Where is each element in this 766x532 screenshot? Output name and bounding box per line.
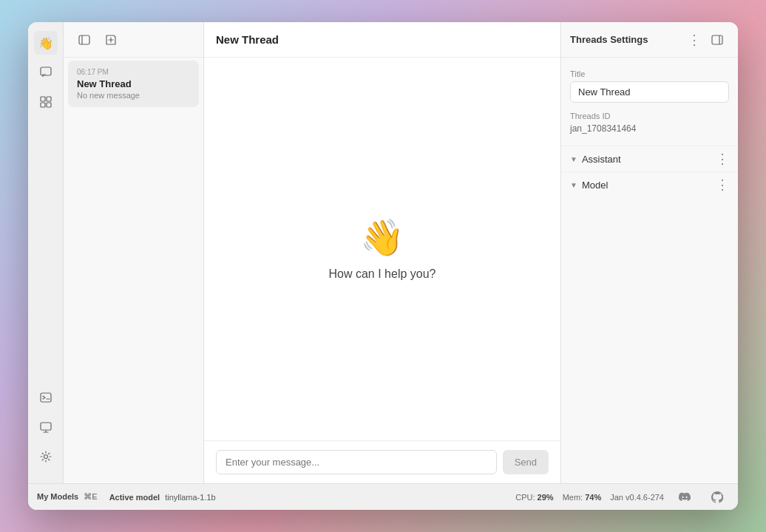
- assistant-menu-button[interactable]: ⋮: [716, 152, 729, 166]
- right-panel-body: Title Threads ID jan_1708341464: [561, 58, 738, 146]
- svg-rect-1: [41, 97, 45, 101]
- cpu-info: CPU: 29%: [515, 493, 553, 502]
- thread-list-header: [64, 22, 203, 58]
- version-info: Jan v0.4.6-274: [610, 493, 664, 502]
- app-window: 👋: [28, 22, 738, 510]
- model-menu-button[interactable]: ⋮: [716, 178, 729, 191]
- right-panel-header: Threads Settings ⋮: [561, 22, 738, 58]
- svg-rect-15: [712, 35, 722, 44]
- threads-id-field: Threads ID jan_1708341464: [570, 112, 729, 134]
- model-section[interactable]: ▼ Model ⋮: [561, 171, 738, 197]
- svg-rect-5: [41, 393, 51, 402]
- new-thread-button[interactable]: [99, 28, 123, 52]
- thread-time: 06:17 PM: [77, 68, 190, 76]
- message-input[interactable]: [216, 450, 497, 474]
- assistant-chevron-icon: ▼: [570, 155, 577, 163]
- bottom-bar: My Models ⌘E Active model tinyllama-1.1b…: [28, 483, 738, 510]
- assistant-section[interactable]: ▼ Assistant ⋮: [561, 146, 738, 171]
- svg-point-10: [44, 455, 47, 459]
- right-panel: Threads Settings ⋮ Title: [560, 22, 738, 483]
- sidebar: 👋: [28, 22, 64, 483]
- main-content: 👋: [28, 22, 738, 483]
- grid-icon[interactable]: [34, 90, 58, 114]
- chat-input-area: Send: [204, 440, 560, 483]
- model-chevron-icon: ▼: [570, 181, 577, 189]
- collapse-right-panel-button[interactable]: [705, 28, 729, 52]
- threads-id-value: jan_1708341464: [570, 123, 729, 134]
- model-label: Model: [582, 180, 608, 191]
- chat-header-title: New Thread: [216, 33, 279, 46]
- discord-icon[interactable]: [673, 485, 696, 509]
- header-icons: [72, 28, 123, 52]
- github-icon[interactable]: [705, 485, 729, 509]
- active-model-info: Active model tinyllama-1.1b: [109, 493, 216, 502]
- threads-id-label: Threads ID: [570, 112, 729, 120]
- right-panel-title: Threads Settings: [570, 34, 648, 45]
- assistant-section-left: ▼ Assistant: [570, 154, 621, 165]
- thread-list: 06:17 PM New Thread No new message: [64, 22, 204, 483]
- settings-icon[interactable]: [34, 445, 58, 468]
- svg-rect-2: [47, 97, 51, 101]
- welcome-emoji: 👋: [360, 217, 404, 259]
- mem-info: Mem: 74%: [563, 493, 602, 502]
- monitor-icon[interactable]: [34, 415, 58, 439]
- collapse-sidebar-button[interactable]: [72, 28, 96, 52]
- svg-rect-11: [79, 35, 89, 44]
- chat-icon[interactable]: [34, 61, 58, 84]
- thread-preview: No new message: [77, 91, 190, 100]
- welcome-text: How can I help you?: [329, 267, 436, 281]
- system-info: CPU: 29% Mem: 74% Jan v0.4.6-274: [515, 485, 729, 509]
- my-models-link[interactable]: My Models ⌘E: [37, 492, 98, 502]
- chat-area: New Thread 👋 How can I help you? Send: [204, 22, 560, 483]
- title-label: Title: [570, 69, 729, 78]
- svg-rect-7: [41, 423, 51, 430]
- send-button[interactable]: Send: [503, 450, 549, 474]
- thread-name: New Thread: [77, 78, 190, 89]
- model-section-left: ▼ Model: [570, 180, 608, 191]
- hand-wave-icon[interactable]: 👋: [34, 31, 58, 55]
- assistant-label: Assistant: [582, 154, 621, 165]
- svg-rect-3: [41, 103, 45, 107]
- title-field: Title: [570, 69, 729, 103]
- chat-body: 👋 How can I help you?: [204, 58, 560, 440]
- chat-header: New Thread: [204, 22, 560, 58]
- svg-rect-0: [41, 67, 51, 75]
- right-panel-menu-button[interactable]: ⋮: [688, 33, 701, 47]
- svg-rect-4: [47, 103, 51, 107]
- terminal-icon[interactable]: [34, 386, 58, 409]
- thread-item[interactable]: 06:17 PM New Thread No new message: [68, 61, 199, 107]
- title-input[interactable]: [570, 81, 729, 103]
